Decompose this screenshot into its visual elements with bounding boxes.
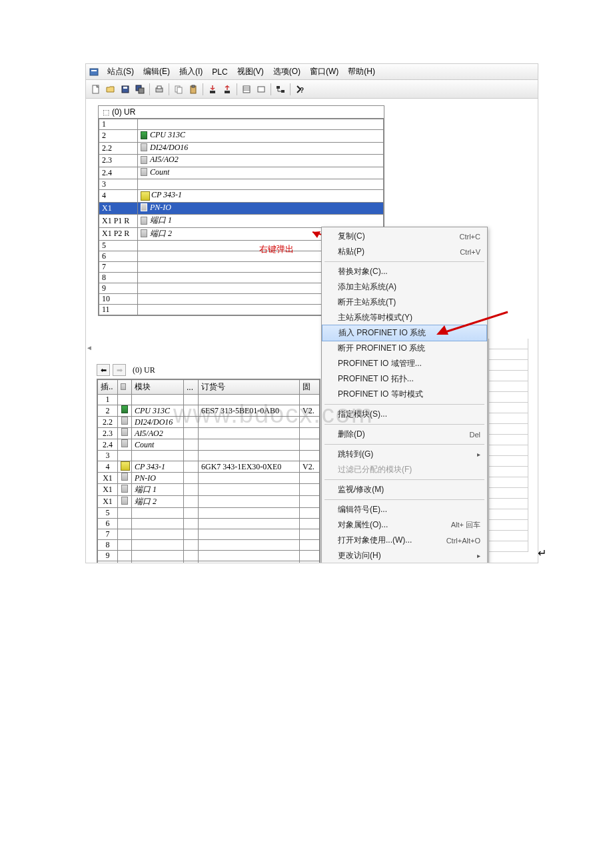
context-item[interactable]: PROFINET IO 拓扑... bbox=[322, 371, 487, 387]
scroll-left-icon[interactable]: ◄ bbox=[86, 344, 94, 352]
rack-row[interactable]: 2.2DI24/DO16 bbox=[99, 142, 384, 155]
cell-fw bbox=[300, 508, 320, 519]
menu-plc[interactable]: PLC bbox=[208, 66, 231, 78]
rack-module[interactable]: 端口 1 bbox=[138, 215, 384, 228]
table-row[interactable]: X1端口 1 bbox=[98, 484, 320, 496]
context-item[interactable]: 指定模块(S)... bbox=[322, 407, 487, 422]
table-row[interactable]: 9 bbox=[98, 551, 320, 561]
svg-rect-12 bbox=[192, 85, 195, 87]
context-item[interactable]: 主站系统等时模式(Y) bbox=[322, 310, 487, 325]
table-row[interactable]: 4CP 343-16GK7 343-1EX30-0XE0V2. bbox=[98, 461, 320, 473]
cell-icon bbox=[118, 439, 132, 451]
cell-fw bbox=[300, 439, 320, 451]
table-row[interactable]: 2CPU 313C6ES7 313-5BE01-0AB0V2. bbox=[98, 405, 320, 417]
context-item[interactable]: 删除(D)Del bbox=[322, 427, 487, 442]
menu-options[interactable]: 选项(O) bbox=[269, 65, 305, 79]
table-row[interactable]: 1 bbox=[98, 395, 320, 405]
context-item[interactable]: 跳转到(G)▸ bbox=[322, 447, 487, 462]
context-item[interactable]: 断开主站系统(T) bbox=[322, 295, 487, 310]
table-row[interactable]: 2.3AI5/AO2 bbox=[98, 428, 320, 439]
table-row[interactable]: 2.2DI24/DO16 bbox=[98, 417, 320, 428]
svg-rect-0 bbox=[90, 69, 98, 75]
table-row[interactable]: 2.4Count bbox=[98, 439, 320, 451]
context-item[interactable]: PROFINET IO 等时模式 bbox=[322, 387, 487, 402]
menu-edit[interactable]: 编辑(E) bbox=[139, 65, 174, 79]
context-item[interactable]: 添加主站系统(A) bbox=[322, 279, 487, 295]
rack-row[interactable]: 1 bbox=[99, 119, 384, 130]
rack-row[interactable]: 2.4Count bbox=[99, 167, 384, 179]
cell-fw bbox=[300, 540, 320, 551]
col-icon[interactable] bbox=[118, 380, 132, 395]
cell-order bbox=[198, 496, 299, 508]
help-icon[interactable]: ? bbox=[293, 82, 307, 97]
rack-module[interactable] bbox=[138, 119, 384, 130]
table-row[interactable]: 10 bbox=[98, 561, 320, 563]
rack-module[interactable]: DI24/DO16 bbox=[138, 142, 384, 155]
col-module[interactable]: 模块 bbox=[132, 380, 184, 395]
menu-insert[interactable]: 插入(I) bbox=[175, 65, 207, 79]
col-dots[interactable]: ... bbox=[183, 380, 198, 395]
print-icon[interactable] bbox=[152, 82, 167, 97]
nav-forward-button[interactable]: ➡ bbox=[113, 364, 126, 376]
catalog-icon[interactable] bbox=[239, 82, 254, 97]
cell-icon bbox=[118, 451, 132, 461]
context-item[interactable]: 打开对象使用...(W)...Ctrl+Alt+O bbox=[322, 533, 487, 548]
copy-icon[interactable] bbox=[171, 82, 186, 97]
table-row[interactable]: 6 bbox=[98, 519, 320, 529]
context-item[interactable]: PROFINET IO 域管理... bbox=[322, 356, 487, 371]
toolbar-separator bbox=[271, 83, 271, 95]
rack-slot: 9 bbox=[99, 283, 138, 294]
rack-row[interactable]: 2.3AI5/AO2 bbox=[99, 155, 384, 167]
menu-view[interactable]: 视图(V) bbox=[233, 65, 268, 79]
context-menu[interactable]: 复制(C)Ctrl+C粘贴(P)Ctrl+V替换对象(C)...添加主站系统(A… bbox=[321, 227, 488, 563]
rack-module[interactable]: AI5/AO2 bbox=[138, 155, 384, 167]
rack-row[interactable]: X1 P1 R端口 1 bbox=[99, 215, 384, 228]
table-row[interactable]: 3 bbox=[98, 451, 320, 461]
upload-icon[interactable] bbox=[220, 82, 235, 97]
network-icon[interactable] bbox=[273, 82, 288, 97]
cell-order bbox=[198, 540, 299, 551]
table-row[interactable]: 8 bbox=[98, 540, 320, 551]
cell-fw: V2. bbox=[300, 405, 320, 417]
menu-station[interactable]: 站点(S) bbox=[103, 65, 138, 79]
context-item[interactable]: 编辑符号(E)... bbox=[322, 502, 487, 517]
nav-back-button[interactable]: ⬅ bbox=[97, 364, 110, 376]
col-order[interactable]: 订货号 bbox=[198, 380, 299, 395]
context-item[interactable]: 对象属性(O)...Alt+ 回车 bbox=[322, 517, 487, 533]
addrview-icon[interactable] bbox=[254, 82, 269, 97]
col-slot[interactable]: 插.. bbox=[98, 380, 118, 395]
rack-module[interactable]: PN-IO bbox=[138, 202, 384, 215]
rack-row[interactable]: 4CP 343-1 bbox=[99, 190, 384, 203]
cell-fw bbox=[300, 484, 320, 496]
rack-module[interactable]: CP 343-1 bbox=[138, 190, 384, 203]
cell-icon bbox=[118, 473, 132, 484]
savecompile-icon[interactable] bbox=[133, 82, 147, 97]
rack-row[interactable]: 3 bbox=[99, 179, 384, 190]
download-icon[interactable] bbox=[205, 82, 220, 97]
context-item[interactable]: 更改访问(H)▸ bbox=[322, 548, 487, 563]
table-row[interactable]: X1端口 2 bbox=[98, 496, 320, 508]
context-item[interactable]: 替换对象(C)... bbox=[322, 264, 487, 279]
save-icon[interactable] bbox=[118, 82, 133, 97]
rack-row[interactable]: X1PN-IO bbox=[99, 202, 384, 215]
rack-module[interactable] bbox=[138, 179, 384, 190]
table-row[interactable]: X1PN-IO bbox=[98, 473, 320, 484]
context-item[interactable]: 监视/修改(M) bbox=[322, 482, 487, 497]
rack-module[interactable]: Count bbox=[138, 167, 384, 179]
paste-icon[interactable] bbox=[186, 82, 201, 97]
menu-help[interactable]: 帮助(H) bbox=[344, 65, 379, 79]
rack-module[interactable]: CPU 313C bbox=[138, 130, 384, 143]
context-item[interactable]: 断开 PROFINET IO 系统 bbox=[322, 341, 487, 356]
context-item[interactable]: 复制(C)Ctrl+C bbox=[322, 229, 487, 244]
context-item[interactable]: 插入 PROFINET IO 系统 bbox=[322, 325, 487, 341]
module-table[interactable]: 插.. 模块 ... 订货号 固 12CPU 313C6ES7 313-5BE0… bbox=[97, 379, 320, 563]
menu-window[interactable]: 窗口(W) bbox=[306, 65, 342, 79]
context-item[interactable]: 粘贴(P)Ctrl+V bbox=[322, 244, 487, 259]
table-row[interactable]: 5 bbox=[98, 508, 320, 519]
rack-slot: 5 bbox=[99, 241, 138, 251]
open-icon[interactable] bbox=[103, 82, 118, 97]
col-fw[interactable]: 固 bbox=[300, 380, 320, 395]
new-icon[interactable] bbox=[89, 82, 103, 97]
table-row[interactable]: 7 bbox=[98, 529, 320, 540]
rack-row[interactable]: 2CPU 313C bbox=[99, 130, 384, 143]
